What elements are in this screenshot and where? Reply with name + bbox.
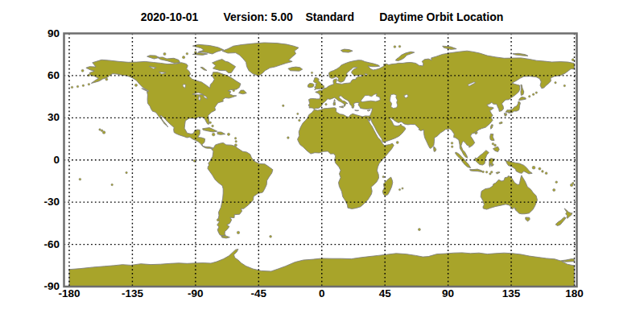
- island-speck: [126, 171, 127, 173]
- island-speck: [76, 85, 78, 87]
- island-speck: [283, 105, 284, 106]
- island-speck: [325, 103, 327, 105]
- island-speck: [101, 130, 103, 132]
- island-speck: [535, 92, 537, 93]
- landmass-severnaya-zemlya: [443, 46, 456, 49]
- island-speck: [529, 96, 530, 97]
- island-speck: [287, 137, 290, 139]
- x-tick-label: 45: [379, 287, 391, 299]
- landmass-sakhalin: [521, 85, 524, 95]
- landmass-south-america: [208, 142, 273, 236]
- island-speck: [489, 173, 491, 175]
- landmass-crete: [355, 110, 359, 111]
- landmass-new-siberian-islands: [513, 53, 528, 56]
- island-speck: [492, 142, 494, 145]
- island-speck: [299, 119, 301, 122]
- x-tick-label: 90: [442, 287, 454, 299]
- landmass-tierra-del-fuego: [221, 236, 230, 238]
- island-speck: [212, 125, 214, 127]
- island-speck: [311, 72, 312, 73]
- island-speck: [233, 89, 235, 92]
- island-speck: [209, 122, 212, 124]
- landmass-java: [470, 169, 483, 172]
- x-tick-label: 0: [319, 287, 325, 299]
- landmass-tasmania: [526, 217, 530, 221]
- island-speck: [553, 188, 555, 191]
- y-tick-label: 30: [23, 112, 60, 124]
- island-speck: [494, 144, 497, 147]
- landmass-madagascar: [382, 177, 393, 196]
- island-speck: [234, 138, 236, 139]
- lake-caspian-sea: [390, 94, 398, 109]
- island-speck: [396, 141, 398, 143]
- island-speck: [564, 85, 565, 86]
- landmass-hispaniola: [217, 132, 225, 134]
- island-speck: [99, 129, 101, 130]
- island-speck: [545, 172, 547, 175]
- island-speck: [183, 56, 185, 59]
- island-speck: [451, 142, 453, 145]
- landmass-southampton: [200, 68, 207, 71]
- landmass-nz-south-island: [555, 217, 566, 226]
- y-tick-label: -60: [23, 238, 60, 250]
- island-speck: [499, 122, 501, 124]
- island-speck: [485, 171, 487, 173]
- island-speck: [539, 167, 541, 170]
- y-tick-label: 60: [23, 69, 60, 81]
- landmass-australia: [481, 175, 537, 214]
- island-speck: [79, 178, 81, 180]
- landmass-new-guinea: [506, 161, 532, 174]
- landmass-greenland: [222, 43, 299, 76]
- landmass-cuba: [203, 128, 217, 132]
- world-map-svg: [0, 0, 644, 322]
- island-speck: [270, 235, 272, 237]
- landmass-afro-eurasia: [298, 51, 575, 208]
- landmass-taiwan: [490, 125, 493, 130]
- island-speck: [418, 229, 420, 231]
- landmass-honshu: [506, 101, 520, 113]
- island-speck: [227, 133, 229, 135]
- island-speck: [398, 189, 400, 191]
- y-tick-label: 0: [23, 154, 60, 166]
- landmass-sri-lanka: [434, 147, 436, 151]
- island-speck: [71, 86, 72, 88]
- island-speck: [542, 171, 544, 173]
- y-tick-label: 90: [23, 27, 60, 39]
- landmass-svalbard: [341, 49, 353, 52]
- landmass-banks-island: [147, 56, 159, 59]
- island-speck: [402, 188, 403, 189]
- island-speck: [398, 45, 401, 47]
- island-speck: [572, 182, 574, 184]
- island-speck: [482, 171, 484, 172]
- landmass-hainan: [474, 132, 477, 134]
- island-speck: [186, 52, 188, 55]
- island-speck: [88, 84, 89, 85]
- landmass-corsica: [334, 100, 336, 102]
- island-speck: [105, 78, 108, 80]
- landmass-ireland: [308, 84, 314, 88]
- island-speck: [555, 82, 556, 84]
- plot-canvas: 2020-10-01 Version: 5.00 Standard Daytim…: [0, 0, 644, 322]
- landmass-ellesmere: [192, 44, 223, 54]
- landmass-timor: [496, 172, 500, 174]
- landmass-mindanao: [493, 147, 499, 151]
- landmass-shikoku: [508, 112, 511, 113]
- x-tick-label: -45: [251, 287, 267, 299]
- island-speck: [111, 184, 113, 185]
- landmass-iceland: [288, 67, 303, 71]
- landmass-hokkaido: [519, 97, 526, 101]
- island-speck: [82, 85, 84, 86]
- island-speck: [235, 141, 237, 142]
- y-tick-label: -90: [23, 280, 60, 292]
- island-speck: [234, 144, 237, 147]
- landmass-newfoundland: [239, 90, 247, 94]
- island-speck: [532, 93, 534, 95]
- landmass-kyushu: [504, 114, 506, 117]
- island-speck: [212, 133, 215, 136]
- island-speck: [217, 219, 219, 221]
- x-tick-label: 180: [565, 287, 584, 299]
- landmass-cyprus: [367, 110, 370, 111]
- island-speck: [382, 176, 384, 178]
- island-speck: [134, 84, 137, 86]
- landmass-victoria-island: [158, 57, 180, 63]
